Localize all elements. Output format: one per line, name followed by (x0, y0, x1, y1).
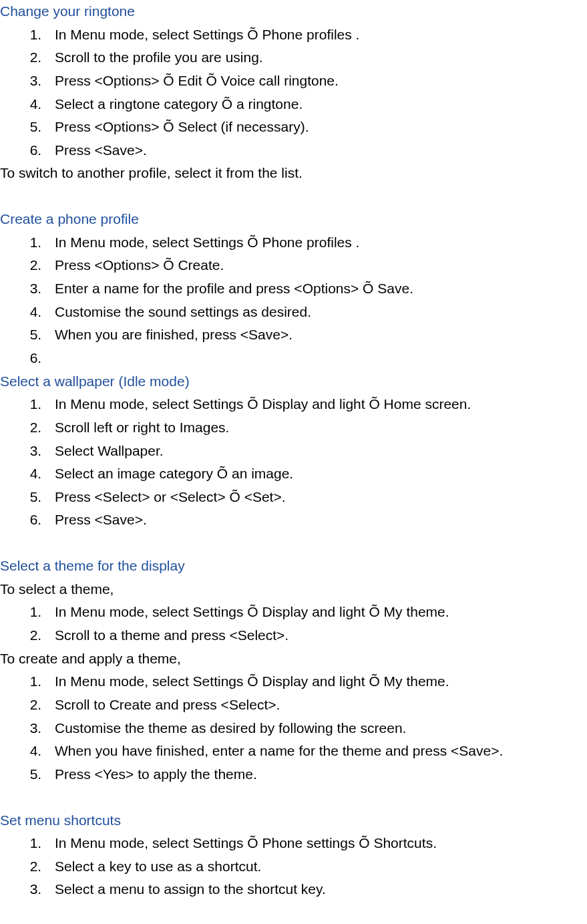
list-select-theme-1: In Menu mode, select Settings Õ Display … (0, 601, 587, 647)
list-item: Select a key to use as a shortcut. (45, 855, 587, 879)
list-item: Scroll to the profile you are using. (45, 46, 587, 69)
list-item: Select Wallpaper. (45, 440, 587, 463)
list-item: In Menu mode, select Settings Õ Display … (45, 393, 587, 416)
list-item: When you are finished, press <Save>. (45, 323, 587, 347)
list-select-theme-2: In Menu mode, select Settings Õ Display … (0, 670, 587, 786)
paragraph-select-theme-intro1: To select a theme, (0, 578, 587, 601)
paragraph-switch-profile: To switch to another profile, select it … (0, 162, 587, 185)
list-item: Enter a name for the profile and press <… (45, 277, 587, 301)
list-item: In Menu mode, select Settings Õ Phone pr… (45, 231, 587, 255)
list-item: Customise the sound settings as desired. (45, 301, 587, 324)
list-item: Scroll to a theme and press <Select>. (45, 624, 587, 647)
heading-create-profile: Create a phone profile (0, 208, 587, 231)
list-item: Press <Options> Õ Select (if necessary). (45, 116, 587, 139)
list-item: Press <Save>. (45, 508, 587, 532)
list-item: Select a ringtone category Õ a ringtone. (45, 93, 587, 116)
heading-select-wallpaper: Select a wallpaper (Idle mode) (0, 370, 587, 394)
list-item (45, 347, 587, 370)
heading-set-shortcuts: Set menu shortcuts (0, 809, 587, 832)
list-item: In Menu mode, select Settings Õ Display … (45, 601, 587, 624)
list-item: Press <Options> Õ Create. (45, 254, 587, 277)
paragraph-select-theme-intro2: To create and apply a theme, (0, 647, 587, 671)
list-item: In Menu mode, select Settings Õ Phone se… (45, 832, 587, 855)
list-item: Press <Yes> to apply the theme. (45, 763, 587, 786)
list-item: Select an image category Õ an image. (45, 462, 587, 486)
list-item: Customise the theme as desired by follow… (45, 717, 587, 740)
list-item: Select a menu to assign to the shortcut … (45, 878, 587, 901)
list-item: When you have finished, enter a name for… (45, 740, 587, 763)
list-select-wallpaper: In Menu mode, select Settings Õ Display … (0, 393, 587, 532)
list-item: In Menu mode, select Settings Õ Display … (45, 670, 587, 694)
heading-select-theme: Select a theme for the display (0, 555, 587, 578)
list-item: Press <Select> or <Select> Õ <Set>. (45, 486, 587, 509)
list-item: Press <Save>. (45, 139, 587, 162)
list-item: Scroll left or right to Images. (45, 416, 587, 440)
heading-change-ringtone: Change your ringtone (0, 0, 587, 23)
list-change-ringtone: In Menu mode, select Settings Õ Phone pr… (0, 23, 587, 162)
list-item: In Menu mode, select Settings Õ Phone pr… (45, 23, 587, 47)
list-set-shortcuts: In Menu mode, select Settings Õ Phone se… (0, 832, 587, 901)
list-create-profile: In Menu mode, select Settings Õ Phone pr… (0, 231, 587, 370)
list-item: Press <Options> Õ Edit Õ Voice call ring… (45, 69, 587, 93)
list-item: Scroll to Create and press <Select>. (45, 694, 587, 717)
